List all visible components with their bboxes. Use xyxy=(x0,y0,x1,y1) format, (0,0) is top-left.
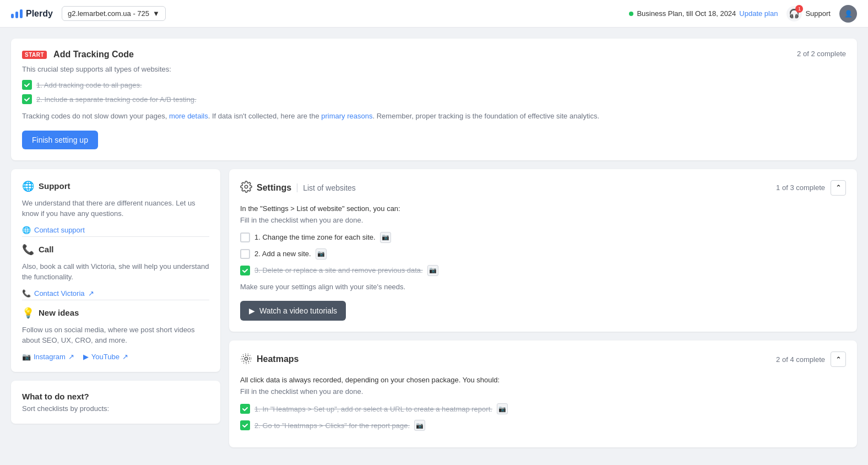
logo-bar-1 xyxy=(11,14,14,18)
youtube-icon: ▶ xyxy=(83,353,89,361)
social-links: 📷 Instagram ↗ ▶ YouTube ↗ xyxy=(22,353,209,361)
avatar[interactable]: 👤 xyxy=(839,5,857,23)
support-card-icon: 🌐 xyxy=(22,180,34,192)
settings-item-2: 2. Add a new site. 📷 xyxy=(240,248,846,259)
new-ideas-section-title: 💡 New ideas xyxy=(22,307,209,319)
settings-checkbox-2[interactable] xyxy=(240,249,250,259)
tracking-info-text: Tracking codes do not slow down your pag… xyxy=(22,111,846,122)
support-section-title: 🌐 Support xyxy=(22,180,209,192)
settings-sub-text: Fill in the checklist when you are done. xyxy=(240,216,846,224)
svg-point-0 xyxy=(245,185,248,188)
tracking-desc: This crucial step supports all types of … xyxy=(22,65,846,73)
settings-camera-1[interactable]: 📷 xyxy=(380,232,391,243)
heatmaps-intro: All click data is always recorded, depen… xyxy=(240,376,846,384)
settings-intro: In the "Settings > List of website" sect… xyxy=(240,204,846,213)
heatmaps-camera-1[interactable]: 📷 xyxy=(497,403,508,414)
contact-victoria-icon: 📞 xyxy=(22,289,31,298)
tracking-title: Add Tracking Code xyxy=(53,50,134,60)
checkbox-checked-2 xyxy=(22,94,32,104)
settings-complete-count: 1 of 3 complete xyxy=(776,183,825,192)
instagram-icon: 📷 xyxy=(22,353,31,361)
settings-camera-3[interactable]: 📷 xyxy=(427,265,438,276)
checklist-item-2: 2. Include a separate tracking code for … xyxy=(22,94,846,104)
play-icon: ▶ xyxy=(249,306,255,315)
contact-victoria-link[interactable]: 📞 Contact Victoria ↗ xyxy=(22,289,209,298)
youtube-link[interactable]: ▶ YouTube ↗ xyxy=(83,353,128,361)
support-card: 🌐 Support We understand that there are d… xyxy=(11,169,220,372)
instagram-external-icon: ↗ xyxy=(68,353,74,361)
logo-icon xyxy=(11,9,23,18)
checkbox-checked-1 xyxy=(22,80,32,90)
heatmaps-item-1: 1. In "Heatmaps > Set up", add or select… xyxy=(240,403,846,414)
call-section-title: 📞 Call xyxy=(22,244,209,256)
primary-reasons-link[interactable]: primary reasons xyxy=(321,112,372,120)
settings-collapse-button[interactable]: ⌃ xyxy=(831,180,846,196)
site-selector-label: g2.lemarbet.com.ua - 725 xyxy=(68,9,149,18)
plan-text: Business Plan, till Oct 18, 2024 xyxy=(637,9,736,18)
plan-info: Business Plan, till Oct 18, 2024 Update … xyxy=(629,9,778,18)
heatmaps-checkbox-1-checked[interactable] xyxy=(240,404,250,414)
settings-note: Make sure your settings align with your … xyxy=(240,282,846,293)
what-next-title: What to do next? xyxy=(22,392,209,401)
new-ideas-desc: Follow us on social media, where we post… xyxy=(22,325,209,346)
logo-bar-3 xyxy=(20,9,23,18)
heatmaps-card: Heatmaps 2 of 4 complete ⌃ All click dat… xyxy=(229,340,857,447)
settings-subtitle: List of websites xyxy=(297,183,356,192)
update-plan-link[interactable]: Update plan xyxy=(739,9,778,18)
heatmaps-item-2: 2. Go to "Heatmaps > Clicks" for the rep… xyxy=(240,420,846,431)
site-selector[interactable]: g2.lemarbet.com.ua - 725 ▼ xyxy=(62,6,166,21)
settings-item-3-text: 3. Delete or replace a site and remove p… xyxy=(254,266,423,274)
call-icon: 📞 xyxy=(22,244,34,256)
settings-checkbox-3-checked[interactable] xyxy=(240,266,250,275)
support-card-desc: We understand that there are different n… xyxy=(22,198,209,219)
tracking-header: START Add Tracking Code xyxy=(22,50,846,60)
what-to-do-next-card: What to do next? Sort checklists by prod… xyxy=(11,381,220,424)
tracking-code-card: 2 of 2 complete START Add Tracking Code … xyxy=(11,39,857,160)
logo-bar-2 xyxy=(15,12,18,18)
chevron-down-icon: ▼ xyxy=(153,9,160,18)
left-column: 🌐 Support We understand that there are d… xyxy=(11,169,220,448)
watch-video-button[interactable]: ▶ Watch a video tutorials xyxy=(240,301,346,321)
logo-text: Plerdy xyxy=(26,9,53,19)
heatmap-icon xyxy=(240,353,252,366)
heatmaps-complete-count: 2 of 4 complete xyxy=(776,355,825,364)
contact-support-link[interactable]: 🌐 Contact support xyxy=(22,226,209,234)
heatmaps-item-1-text: 1. In "Heatmaps > Set up", add or select… xyxy=(254,405,492,413)
heatmaps-camera-2[interactable]: 📷 xyxy=(414,420,425,431)
settings-item-1: 1. Change the time zone for each site. 📷 xyxy=(240,232,846,243)
start-badge: START xyxy=(22,51,47,59)
settings-title: Settings xyxy=(257,183,291,193)
settings-card: Settings List of websites 1 of 3 complet… xyxy=(229,169,857,332)
support-badge: 1 xyxy=(795,5,803,13)
header: Plerdy g2.lemarbet.com.ua - 725 ▼ Busine… xyxy=(0,0,868,28)
settings-checkbox-1[interactable] xyxy=(240,233,250,242)
settings-header: Settings List of websites 1 of 3 complet… xyxy=(240,180,846,196)
what-next-desc: Sort checklists by products: xyxy=(22,404,209,413)
right-column: Settings List of websites 1 of 3 complet… xyxy=(229,169,857,448)
heatmaps-item-2-text: 2. Go to "Heatmaps > Clicks" for the rep… xyxy=(254,421,410,430)
settings-item-1-text: 1. Change the time zone for each site. xyxy=(254,233,376,241)
settings-camera-2[interactable]: 📷 xyxy=(316,248,327,259)
settings-item-2-text: 2. Add a new site. xyxy=(254,250,311,258)
plan-status-dot xyxy=(629,12,633,16)
heatmaps-collapse-button[interactable]: ⌃ xyxy=(831,352,846,367)
external-link-icon: ↗ xyxy=(88,289,94,298)
support-icon: 🎧 1 xyxy=(786,6,802,21)
finish-setting-up-button[interactable]: Finish setting up xyxy=(22,131,98,149)
divider-2 xyxy=(22,300,209,300)
svg-point-2 xyxy=(243,355,250,362)
instagram-link[interactable]: 📷 Instagram ↗ xyxy=(22,353,74,361)
youtube-external-icon: ↗ xyxy=(122,353,128,361)
contact-support-icon: 🌐 xyxy=(22,226,31,234)
checklist-item-1-text: 1. Add tracking code to all pages. xyxy=(36,81,142,89)
main-content: 2 of 2 complete START Add Tracking Code … xyxy=(0,28,868,458)
more-details-link[interactable]: more details xyxy=(169,112,208,120)
tracking-complete-label: 2 of 2 complete xyxy=(797,50,846,58)
bottom-row: 🌐 Support We understand that there are d… xyxy=(11,169,857,448)
heatmaps-sub-text: Fill in the checklist when you are done. xyxy=(240,387,846,396)
gear-icon xyxy=(240,181,252,194)
support-label: Support xyxy=(805,9,831,18)
lightbulb-icon: 💡 xyxy=(22,307,34,319)
heatmaps-checkbox-2-checked[interactable] xyxy=(240,420,250,430)
support-button[interactable]: 🎧 1 Support xyxy=(786,6,831,21)
